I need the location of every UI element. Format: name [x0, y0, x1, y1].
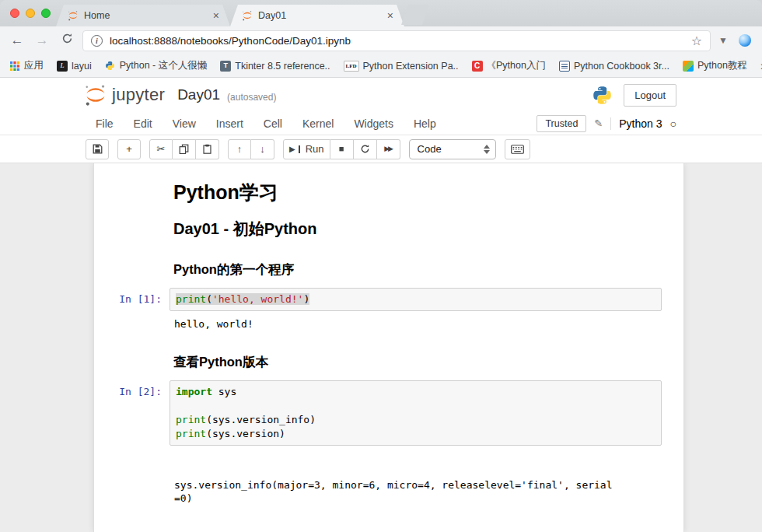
markdown-cell-h3a[interactable]: Python的第一个程序	[173, 261, 662, 277]
paste-cells-button[interactable]	[196, 139, 219, 159]
bookmark-tkinter[interactable]: T Tkinter 8.5 reference..	[220, 61, 330, 72]
markdown-cell-h2[interactable]: Day01 - 初始Python	[173, 219, 662, 238]
logout-button[interactable]: Logout	[624, 84, 676, 107]
code-cell-2: In [2]: import sys print(sys.version_inf…	[94, 380, 683, 446]
cell-type-value: Code	[418, 143, 442, 155]
header-right: Logout	[592, 84, 676, 107]
cell-type-select[interactable]: Code	[409, 139, 496, 159]
python-logo-icon	[592, 85, 613, 106]
trusted-button[interactable]: Trusted	[537, 115, 586, 132]
jupyter-favicon-icon	[67, 10, 79, 22]
autosave-status: (autosaved)	[227, 92, 276, 103]
paste-icon	[202, 144, 212, 154]
kernel-name[interactable]: Python 3	[619, 117, 662, 130]
save-button[interactable]	[86, 139, 109, 159]
bookmark-python[interactable]: Python - 这个人很懒	[105, 59, 208, 72]
jupyter-header: jupyter Day01 (autosaved) Logout	[0, 78, 762, 112]
new-tab-button[interactable]	[401, 5, 429, 25]
tab-title: Home	[84, 10, 208, 21]
close-window-button[interactable]	[10, 9, 19, 18]
tab-close-icon[interactable]: ×	[387, 10, 393, 21]
divider	[610, 117, 611, 130]
apps-grid-icon	[9, 61, 20, 72]
stop-icon: ■	[339, 145, 344, 153]
copy-cells-button[interactable]	[173, 139, 196, 159]
code-input-2[interactable]: import sys print(sys.version_info)print(…	[170, 380, 662, 446]
heading-3: Python的第一个程序	[173, 261, 662, 277]
notebook-toolbar: + ✂ ↑ ↓ ▶Run ■ ▶▶ Code	[0, 135, 762, 163]
floppy-icon	[93, 144, 103, 154]
output-row-1: hello, world!	[94, 317, 683, 331]
restart-icon	[360, 144, 370, 154]
input-prompt: In [2]:	[94, 380, 170, 397]
run-icon: ▶	[289, 145, 295, 153]
menu-bar: File Edit View Insert Cell Kernel Widget…	[0, 112, 762, 135]
extension-dropdown-icon[interactable]: ▼	[717, 35, 729, 46]
output-prompt	[94, 452, 170, 457]
fast-forward-icon: ▶▶	[384, 145, 392, 152]
notebook-title[interactable]: Day01	[177, 86, 220, 103]
bookmarks-bar: 应用 L layui Python - 这个人很懒 T Tkinter 8.5 …	[0, 54, 762, 78]
code-input-1[interactable]: print('hello, world!')	[170, 288, 662, 311]
page-info-icon[interactable]: i	[91, 35, 103, 47]
tkinter-icon: T	[220, 61, 231, 72]
menu-file[interactable]: File	[86, 117, 124, 130]
menu-cell[interactable]: Cell	[253, 117, 292, 130]
arrow-up-icon: ↑	[237, 144, 243, 154]
output-line: sys.version_info(major=3, minor=6, micro…	[174, 478, 617, 505]
tab-title: Day01	[258, 10, 382, 21]
interrupt-kernel-button[interactable]: ■	[330, 139, 354, 159]
restart-kernel-button[interactable]	[354, 139, 377, 159]
back-icon[interactable]: ←	[8, 33, 26, 48]
heading-2: Day01 - 初始Python	[173, 219, 662, 238]
python-icon	[105, 61, 116, 72]
tab-close-icon[interactable]: ×	[213, 10, 219, 21]
run-cell-button[interactable]: ▶Run	[283, 139, 330, 159]
bookmark-tutorial[interactable]: Python教程	[683, 59, 747, 72]
menu-insert[interactable]: Insert	[206, 117, 253, 130]
layui-icon: L	[57, 61, 68, 72]
jupyter-logo-icon[interactable]	[84, 83, 107, 107]
cut-cells-button[interactable]: ✂	[149, 139, 173, 159]
bookmark-apps[interactable]: 应用	[9, 59, 44, 72]
jupyter-logo-text[interactable]: jupyter	[112, 85, 165, 105]
menu-widgets[interactable]: Widgets	[344, 117, 404, 130]
lfd-icon: LFD	[344, 61, 359, 72]
minimize-window-button[interactable]	[26, 9, 35, 18]
zoom-window-button[interactable]	[41, 9, 51, 18]
bookmark-csdn[interactable]: C 《Python入门	[472, 59, 546, 72]
menu-help[interactable]: Help	[404, 117, 446, 130]
output-row-2: sys.version_info(major=3, minor=6, micro…	[94, 452, 683, 532]
input-prompt: In [1]:	[94, 288, 170, 305]
menu-view[interactable]: View	[163, 117, 206, 130]
extension-globe-icon[interactable]	[739, 34, 751, 47]
heading-1: Python学习	[173, 180, 662, 204]
select-arrows-icon	[484, 145, 490, 154]
address-bar[interactable]: i localhost:8888/notebooks/PythonCode/Da…	[82, 30, 711, 51]
command-palette-button[interactable]	[505, 139, 530, 159]
menu-edit[interactable]: Edit	[124, 117, 163, 130]
tab-day01[interactable]: Day01 ×	[230, 5, 404, 26]
bookmark-cookbook[interactable]: Python Cookbook 3r...	[559, 61, 669, 72]
move-cell-down-button[interactable]: ↓	[251, 139, 274, 159]
insert-cell-button[interactable]: +	[117, 139, 141, 159]
notebook-status: Trusted ✎ Python 3 ○	[537, 115, 676, 132]
restart-run-all-button[interactable]: ▶▶	[377, 139, 400, 159]
forward-icon[interactable]: →	[33, 33, 51, 48]
tab-strip: Home × Day01 ×	[0, 0, 762, 26]
output-text-1: hello, world!	[170, 317, 617, 331]
markdown-cell-h1[interactable]: Python学习	[173, 180, 662, 204]
markdown-cell-h3b[interactable]: 查看Python版本	[173, 354, 662, 369]
menu-kernel[interactable]: Kernel	[292, 117, 344, 130]
kernel-idle-icon: ○	[670, 117, 676, 130]
bookmark-lfd[interactable]: LFD Python Extension Pa..	[344, 61, 459, 72]
notebook-page: Python学习 Day01 - 初始Python Python的第一个程序 I…	[93, 163, 684, 532]
bookmark-layui[interactable]: L layui	[57, 61, 92, 72]
heading-3: 查看Python版本	[173, 354, 662, 369]
scissors-icon: ✂	[157, 144, 166, 154]
move-cell-up-button[interactable]: ↑	[228, 139, 251, 159]
bookmark-star-icon[interactable]: ☆	[691, 33, 702, 48]
arrow-down-icon: ↓	[260, 144, 265, 154]
reload-icon[interactable]	[58, 33, 76, 48]
tab-home[interactable]: Home ×	[56, 5, 230, 26]
